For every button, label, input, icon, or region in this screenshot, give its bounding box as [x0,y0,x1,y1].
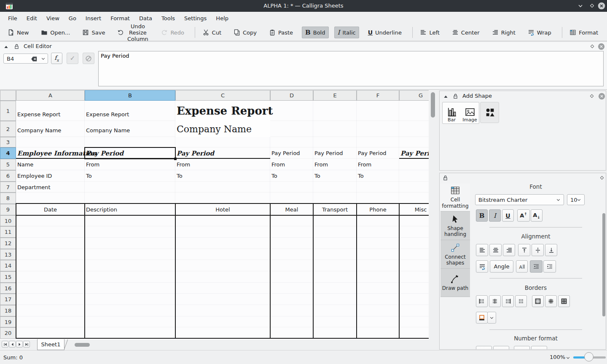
number-format-button[interactable] [493,346,509,350]
number-format-button[interactable] [531,346,547,350]
column-header-A[interactable]: A [16,90,85,101]
formula-button[interactable]: fx [51,53,62,64]
row-header-3[interactable]: 3 [0,137,16,147]
last-sheet-button[interactable] [23,341,30,348]
cell-D6[interactable]: To [270,170,313,182]
cell-F9[interactable]: Phone [357,204,399,215]
cell-D9[interactable]: Meal [270,204,313,215]
panel-scrollbar[interactable] [602,213,605,316]
row-header-14[interactable]: 14 [0,260,16,271]
row-header-7[interactable]: 7 [0,182,16,193]
border-vertical-button[interactable] [489,295,501,307]
cell-E9[interactable]: Transport [313,204,357,215]
tab-shape-handling[interactable]: Shape handling [440,211,470,240]
row-header-2[interactable]: 2 [0,121,16,137]
row-header-10[interactable]: 10 [0,215,16,226]
row-header-19[interactable]: 19 [0,316,16,327]
align-top-button[interactable] [518,244,530,256]
toolbar-undoresizecolumn-button[interactable]: Undo Resize Column [114,21,152,44]
menu-settings[interactable]: Settings [180,13,211,23]
tab-connect-shapes[interactable]: Connect shapes [440,240,470,269]
add-shape-image[interactable]: Image [461,102,479,123]
angle-button[interactable]: Angle [490,260,513,273]
column-header-E[interactable]: E [313,90,357,101]
align-right-button[interactable] [503,244,515,256]
toolbar-format-button[interactable]: Format [566,27,602,38]
zoom-chevron-icon[interactable] [565,355,571,361]
cell-A7[interactable]: Department [16,182,85,193]
cell-editor-input[interactable]: Pay Period [98,51,604,86]
cell-E4[interactable]: Pay Period [313,147,357,159]
row-header-5[interactable]: 5 [0,159,16,170]
toolbar-redo-button[interactable]: Redo [158,27,188,38]
row-header-11[interactable]: 11 [0,226,16,238]
menu-go[interactable]: Go [64,13,81,23]
cell-C9[interactable]: Hotel [175,204,270,215]
tab-cell-formatting[interactable]: Cell formatting [440,183,470,211]
border-outline-button[interactable] [532,295,544,307]
add-shape-bar[interactable]: Bar [443,102,461,123]
previous-sheet-button[interactable] [9,341,16,348]
collapse-panel-icon[interactable] [3,44,9,50]
menu-tools[interactable]: Tools [157,13,180,23]
cell-C4[interactable]: Pay Period [175,147,270,159]
cell-D4[interactable]: Pay Period [270,147,313,159]
toolbar-underline-button[interactable]: UUnderline [365,27,405,38]
cell-G4[interactable]: Pay Period [399,147,429,159]
column-header-G[interactable]: G [399,90,429,101]
toolbar-right-button[interactable]: Right [489,27,519,38]
shape-collection-button[interactable] [480,102,499,123]
window-close-icon[interactable] [598,2,605,10]
menu-help[interactable]: Help [211,13,233,23]
close-panel-icon[interactable] [598,93,605,100]
border-style-dropdown[interactable] [487,312,496,324]
column-header-D[interactable]: D [270,90,313,101]
cell-F4[interactable]: Pay Period [357,147,399,159]
clear-icon[interactable] [31,56,38,62]
first-sheet-button[interactable] [2,341,8,348]
toolbar-open-button[interactable]: Open... [38,27,73,38]
bold-button[interactable]: B [476,209,488,222]
border-all-button[interactable] [558,295,570,307]
row-header-12[interactable]: 12 [0,238,16,249]
font-size-select[interactable]: 10 [567,194,585,205]
cell-E6[interactable]: To [313,170,357,182]
menu-view[interactable]: View [42,13,64,23]
row-header-20[interactable]: 20 [0,327,16,339]
row-header-15[interactable]: 15 [0,271,16,283]
menu-insert[interactable]: Insert [81,13,106,23]
row-header-1[interactable]: 1 [0,101,16,121]
close-panel-icon[interactable] [598,43,605,50]
cell-A2[interactable]: Company Name [16,121,85,137]
border-inner-button[interactable] [545,295,557,307]
cell-B5[interactable]: From [85,159,175,170]
toolbar-save-button[interactable]: Save [79,27,108,38]
cell-A4[interactable]: Employee Information [16,147,85,159]
toolbar-new-button[interactable]: New [4,27,32,38]
cell-reference-combo[interactable]: B4 [3,54,48,64]
column-header-F[interactable]: F [357,90,399,101]
float-panel-icon[interactable] [589,93,595,99]
row-header-8[interactable]: 8 [0,193,16,204]
lock-panel-icon[interactable] [452,93,459,99]
vertical-text-button[interactable]: A [516,260,528,273]
toolbar-center-button[interactable]: Center [449,27,483,38]
lock-panel-icon[interactable] [442,175,449,181]
font-family-select[interactable]: Bitstream Charter [475,194,564,205]
align-left-button[interactable] [476,244,488,256]
row-header-6[interactable]: 6 [0,170,16,182]
number-format-button[interactable] [476,346,492,350]
window-shade-icon[interactable] [577,3,584,9]
increase-indent-button[interactable] [543,260,556,273]
toolbar-bold-button[interactable]: BBold [302,27,328,38]
number-format-button[interactable] [514,346,530,350]
menu-file[interactable]: File [3,13,22,23]
window-maximize-icon[interactable] [589,3,595,9]
collapse-panel-icon[interactable] [443,94,449,99]
cell-C1[interactable]: Expense Report [175,101,270,121]
cell-B1[interactable]: Expense Report [85,101,175,121]
decrease-indent-button[interactable] [530,260,543,273]
toolbar-cut-button[interactable]: Cut [199,27,225,38]
cell-C2[interactable]: Company Name [175,121,270,137]
apply-button[interactable]: ✓ [67,53,78,64]
